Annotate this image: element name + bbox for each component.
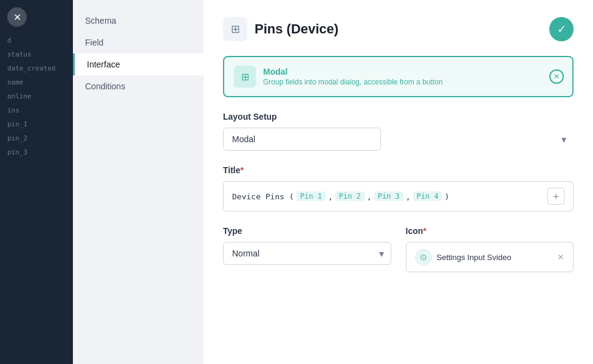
settings-icon: ⊙: [420, 252, 427, 262]
type-icon-row: Type Normal Primary Info Success Warning…: [223, 226, 574, 280]
title-label: Title*: [223, 165, 574, 175]
title-section: Title* Device Pins ( Pin 1 , Pin 2 , Pin…: [223, 165, 574, 211]
main-header-left: ⊞ Pins (Device): [223, 17, 338, 41]
chevron-down-icon: ▾: [561, 134, 566, 145]
left-field-item: date_created: [7, 64, 66, 72]
left-panel: ✕ d status date_created name online ins …: [0, 0, 73, 364]
plus-icon: ＋: [551, 190, 561, 203]
confirm-button[interactable]: ✓: [549, 17, 574, 41]
pins-icon: ⊞: [231, 22, 240, 36]
sidebar-item-interface[interactable]: Interface: [73, 53, 204, 75]
type-select[interactable]: Normal Primary Info Success Warning Dang…: [223, 242, 391, 265]
left-field-item: ins: [7, 106, 66, 114]
type-section: Type Normal Primary Info Success Warning…: [223, 226, 391, 280]
close-button[interactable]: ✕: [7, 7, 27, 27]
title-suffix: ): [445, 192, 450, 201]
title-prefix: Device Pins (: [232, 192, 294, 201]
main-header: ⊞ Pins (Device) ✓: [223, 17, 574, 41]
title-add-button[interactable]: ＋: [547, 188, 564, 205]
type-select-wrapper: Normal Primary Info Success Warning Dang…: [223, 242, 391, 265]
layout-setup-select-wrapper: Modal Inline Drawer ▾: [223, 128, 574, 151]
left-field-item: name: [7, 78, 66, 86]
header-icon: ⊞: [223, 17, 247, 41]
tag-pin1: Pin 1: [296, 191, 326, 201]
title-field[interactable]: Device Pins ( Pin 1 , Pin 2 , Pin 3 , Pi…: [223, 181, 574, 211]
modal-card-close-button[interactable]: ✕: [549, 69, 564, 84]
left-field-item: status: [7, 50, 66, 58]
icon-field-left: ⊙ Settings Input Svideo: [415, 249, 512, 266]
layout-setup-label: Layout Setup: [223, 112, 574, 122]
close-icon: ✕: [554, 72, 560, 81]
layout-setup-section: Layout Setup Modal Inline Drawer ▾: [223, 112, 574, 151]
icon-label: Icon*: [406, 226, 574, 236]
tag-pin2: Pin 2: [335, 191, 365, 201]
sidebar-item-schema[interactable]: Schema: [73, 10, 204, 32]
modal-card-description: Group fields into modal dialog, accessib…: [263, 78, 443, 86]
icon-section: Icon* ⊙ Settings Input Svideo ✕: [406, 226, 574, 272]
left-field-item: d: [7, 36, 66, 44]
tag-pin4: Pin 4: [413, 191, 442, 201]
modal-card-text: Modal Group fields into modal dialog, ac…: [263, 67, 443, 86]
left-field-item: online: [7, 92, 66, 100]
icon-value-label: Settings Input Svideo: [437, 253, 512, 262]
icon-field[interactable]: ⊙ Settings Input Svideo ✕: [406, 242, 574, 272]
modal-card-icon: ⊞: [234, 66, 256, 88]
layout-setup-select[interactable]: Modal Inline Drawer: [223, 128, 381, 151]
type-label: Type: [223, 226, 391, 236]
left-field-item: pin_1: [7, 120, 66, 128]
check-icon: ✓: [557, 22, 566, 36]
modal-card-title: Modal: [263, 67, 443, 77]
icon-remove-button[interactable]: ✕: [557, 252, 564, 262]
tag-pin3: Pin 3: [374, 191, 403, 201]
modal-icon: ⊞: [241, 71, 249, 83]
sidebar-item-field[interactable]: Field: [73, 32, 204, 53]
sidebar-item-conditions[interactable]: Conditions: [73, 75, 204, 97]
left-field-item: pin_2: [7, 134, 66, 142]
main-content: ⊞ Pins (Device) ✓ ⊞ Modal Group fields i…: [204, 0, 593, 364]
page-title: Pins (Device): [255, 21, 338, 37]
sidebar: Schema Field Interface Conditions: [73, 0, 204, 364]
left-field-list: d status date_created name online ins pi…: [0, 32, 73, 161]
left-field-item: pin_3: [7, 148, 66, 156]
modal-card: ⊞ Modal Group fields into modal dialog, …: [223, 56, 574, 97]
title-field-content: Device Pins ( Pin 1 , Pin 2 , Pin 3 , Pi…: [232, 191, 450, 201]
icon-circle: ⊙: [415, 249, 432, 266]
